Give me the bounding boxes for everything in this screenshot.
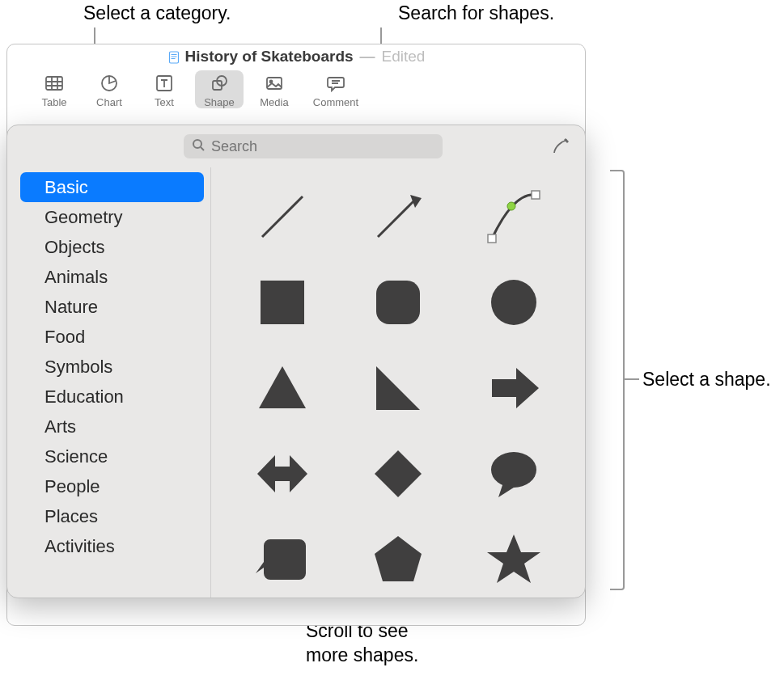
toolbar-table-button[interactable]: Table: [30, 70, 78, 108]
title-separator: —: [360, 48, 375, 65]
category-education[interactable]: Education: [20, 382, 204, 412]
svg-marker-30: [492, 368, 539, 408]
shape-rounded-square[interactable]: [362, 266, 434, 339]
shape-arrow-right[interactable]: [477, 352, 550, 424]
svg-rect-3: [171, 58, 175, 59]
toolbar-label: Media: [260, 96, 288, 108]
shape-label-tag[interactable]: [246, 523, 319, 596]
toolbar-media-button[interactable]: Media: [250, 70, 299, 108]
toolbar-comment-button[interactable]: Comment: [305, 70, 367, 108]
callout-category: Select a category.: [83, 2, 231, 26]
shape-star[interactable]: [477, 523, 550, 596]
svg-point-27: [491, 280, 536, 325]
callout-select-shape: Select a shape.: [642, 368, 771, 392]
category-symbols[interactable]: Symbols: [20, 352, 204, 382]
svg-rect-0: [169, 52, 178, 63]
toolbar-label: Comment: [313, 96, 358, 108]
shapes-grid: [211, 167, 585, 598]
search-icon: [192, 138, 205, 155]
category-animals[interactable]: Animals: [20, 262, 204, 292]
toolbar: Table Chart Text Shape Media: [7, 69, 585, 116]
document-icon: [167, 50, 180, 63]
category-sidebar: Basic Geometry Objects Animals Nature Fo…: [7, 167, 211, 598]
callout-scroll: Scroll to see more shapes.: [306, 619, 418, 668]
toolbar-chart-button[interactable]: Chart: [85, 70, 133, 108]
category-places[interactable]: Places: [20, 501, 204, 531]
callout-search: Search for shapes.: [398, 2, 554, 26]
shape-diamond[interactable]: [362, 437, 434, 510]
toolbar-shape-button[interactable]: Shape: [195, 70, 244, 108]
category-arts[interactable]: Arts: [20, 412, 204, 441]
popover-header: [7, 125, 585, 167]
svg-point-24: [507, 202, 515, 210]
shape-line[interactable]: [246, 180, 319, 253]
svg-rect-1: [171, 54, 176, 55]
svg-rect-22: [488, 234, 496, 243]
category-science[interactable]: Science: [20, 441, 204, 471]
svg-rect-23: [532, 191, 540, 199]
chart-icon: [97, 72, 121, 95]
category-activities[interactable]: Activities: [20, 531, 204, 561]
shape-arrow-both[interactable]: [246, 437, 319, 510]
svg-rect-4: [46, 77, 62, 90]
category-food[interactable]: Food: [20, 322, 204, 352]
svg-marker-35: [375, 536, 422, 581]
shape-right-triangle[interactable]: [362, 352, 434, 424]
search-input[interactable]: [211, 138, 434, 155]
shape-icon: [207, 72, 231, 95]
toolbar-label: Text: [155, 96, 174, 108]
category-nature[interactable]: Nature: [20, 292, 204, 322]
shape-speech-bubble[interactable]: [477, 437, 550, 510]
table-icon: [42, 72, 66, 95]
shape-square[interactable]: [246, 266, 319, 339]
category-basic[interactable]: Basic: [20, 172, 204, 202]
svg-line-20: [378, 201, 414, 237]
svg-line-18: [201, 147, 204, 150]
category-objects[interactable]: Objects: [20, 232, 204, 262]
search-field[interactable]: [184, 134, 443, 158]
svg-rect-13: [267, 78, 282, 89]
toolbar-label: Table: [41, 96, 66, 108]
titlebar: History of Skateboards — Edited: [7, 44, 585, 69]
bracket-right: [610, 170, 625, 590]
shape-triangle[interactable]: [246, 352, 319, 424]
svg-point-17: [193, 140, 201, 148]
shape-circle[interactable]: [477, 266, 550, 339]
svg-rect-2: [171, 57, 176, 57]
document-title: History of Skateboards: [185, 48, 354, 65]
toolbar-label: Shape: [204, 96, 235, 108]
leader-line: [625, 378, 639, 380]
svg-marker-36: [487, 534, 540, 583]
svg-line-19: [262, 196, 303, 237]
category-people[interactable]: People: [20, 471, 204, 501]
svg-rect-25: [261, 281, 304, 324]
comment-icon: [324, 72, 348, 95]
draw-shape-button[interactable]: [551, 137, 570, 156]
shapes-popover: Basic Geometry Objects Animals Nature Fo…: [6, 125, 586, 598]
shape-pentagon[interactable]: [362, 523, 434, 596]
media-icon: [262, 72, 286, 95]
svg-marker-28: [259, 366, 306, 408]
toolbar-text-button[interactable]: Text: [140, 70, 189, 108]
shape-arrow-line[interactable]: [362, 180, 434, 253]
toolbar-label: Chart: [96, 96, 122, 108]
svg-marker-29: [376, 366, 420, 410]
shape-curve[interactable]: [477, 180, 550, 253]
svg-marker-32: [375, 450, 422, 497]
category-geometry[interactable]: Geometry: [20, 202, 204, 232]
svg-marker-31: [257, 455, 307, 492]
text-icon: [152, 72, 176, 95]
edited-indicator: Edited: [382, 48, 426, 65]
svg-rect-26: [376, 281, 420, 324]
svg-point-33: [491, 452, 536, 488]
